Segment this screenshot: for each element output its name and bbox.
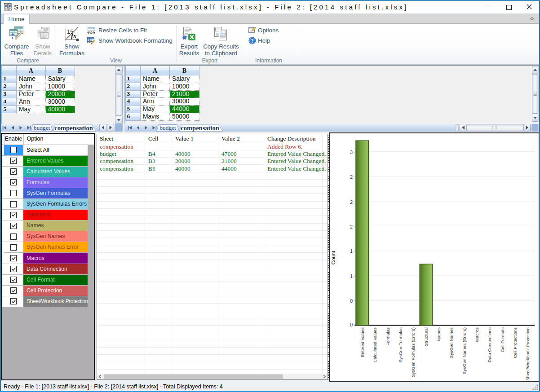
svg-text:Structural: Structural (423, 327, 428, 346)
svg-text:SysGen Names (Errors): SysGen Names (Errors) (461, 327, 466, 374)
svg-text:2: 2 (350, 224, 352, 229)
svg-text:Calculated Values: Calculated Values (372, 327, 377, 362)
svg-text:SysGen Fomulas (Errors): SysGen Fomulas (Errors) (411, 327, 416, 377)
svg-text:2: 2 (350, 174, 352, 179)
svg-text:SysGen Names: SysGen Names (449, 327, 454, 358)
svg-text:0: 0 (350, 322, 352, 327)
svg-text:?: ? (251, 38, 253, 44)
svg-text:1: 1 (350, 248, 352, 253)
svg-text:3: 3 (350, 149, 352, 154)
svg-text:0: 0 (350, 298, 352, 303)
svg-text:Names: Names (436, 327, 441, 341)
svg-text:budget: budget (34, 124, 50, 131)
svg-text:SysGen Formulas: SysGen Formulas (398, 327, 403, 362)
svg-text:Macros: Macros (474, 327, 479, 341)
svg-text:1: 1 (350, 273, 352, 278)
svg-text:2: 2 (350, 199, 352, 204)
svg-text:fx: fx (71, 32, 77, 40)
svg-text:budget: budget (159, 124, 176, 131)
svg-text:Cell Formats: Cell Formats (500, 327, 505, 352)
svg-text:Formulas: Formulas (385, 327, 390, 345)
svg-text:Count: Count (331, 250, 336, 264)
svg-text:Entered Values: Entered Values (360, 327, 365, 357)
svg-text:Sheet/Workbook Protection: Sheet/Workbook Protection (525, 327, 530, 381)
svg-text:Data Connections: Data Connections (487, 327, 492, 362)
svg-text:compensation: compensation (54, 124, 93, 132)
svg-text:Cell Protections: Cell Protections (513, 327, 518, 358)
svg-text:compensation: compensation (181, 124, 219, 132)
